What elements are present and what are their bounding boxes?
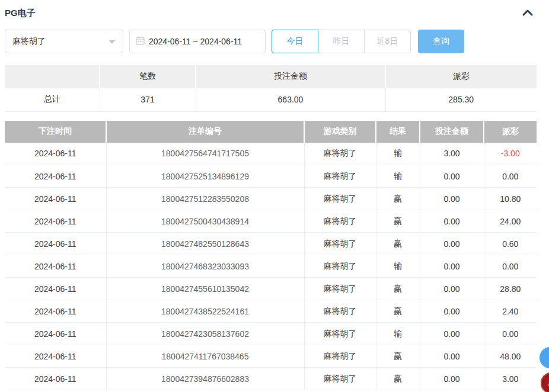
bet-time-cell: 2024-06-11 <box>5 210 106 233</box>
summary-total-payout: 285.30 <box>385 88 537 111</box>
result-cell: 输 <box>376 143 420 165</box>
bet-table-header-row: 下注时间 注单编号 游戏类别 结果 投注金额 派彩 <box>5 121 537 143</box>
order-number-cell: 1800427423058137602 <box>106 323 304 345</box>
payout-cell: -3.00 <box>484 143 537 165</box>
order-number-cell: 1800427482550128643 <box>106 233 304 255</box>
game-category-cell: 麻将胡了 <box>304 233 376 255</box>
game-category-cell: 麻将胡了 <box>304 255 376 278</box>
collapse-button[interactable] <box>522 8 534 18</box>
summary-header-bet: 投注金额 <box>196 65 385 88</box>
bet-amount-cell: 0.00 <box>420 278 484 300</box>
game-category-cell: 麻将胡了 <box>304 323 376 345</box>
yesterday-button[interactable]: 昨日 <box>318 30 365 53</box>
table-row: 2024-06-11 1800427525134896129 麻将胡了 输 0.… <box>5 165 537 188</box>
bet-amount-cell: 0.00 <box>420 233 484 255</box>
table-row: 2024-06-11 1800427482550128643 麻将胡了 赢 0.… <box>5 233 537 255</box>
table-row: 2024-06-11 1800427411767038465 麻将胡了 赢 0.… <box>5 345 537 368</box>
bet-table: 下注时间 注单编号 游戏类别 结果 投注金额 派彩 2024-06-11 180… <box>5 121 537 391</box>
customer-service-button[interactable] <box>540 347 549 368</box>
payout-cell: 0.00 <box>484 255 537 278</box>
table-row: 2024-06-11 1800427512283550208 麻将胡了 赢 0.… <box>5 188 537 210</box>
header-bet-amount: 投注金额 <box>420 121 484 143</box>
payout-cell: 3.00 <box>484 368 537 390</box>
table-row: 2024-06-11 1800427500430438914 麻将胡了 赢 0.… <box>5 210 537 233</box>
order-number-cell: 1800427438522524161 <box>106 300 304 323</box>
bet-time-cell: 2024-06-11 <box>5 345 106 368</box>
bet-amount-cell: 0.00 <box>420 300 484 323</box>
order-number-cell: 1800427564741717505 <box>106 143 304 165</box>
brand-logo-button[interactable]: b <box>541 372 549 392</box>
payout-cell: 0.00 <box>484 165 537 188</box>
summary-total-label: 总计 <box>5 88 100 111</box>
result-cell: 赢 <box>376 233 420 255</box>
result-cell: 输 <box>376 323 420 345</box>
panel-header: PG电子 <box>0 0 549 24</box>
chevron-up-icon <box>522 8 534 18</box>
bet-time-cell: 2024-06-11 <box>5 188 106 210</box>
table-row: 2024-06-11 1800427423058137602 麻将胡了 输 0.… <box>5 323 537 345</box>
header-result: 结果 <box>376 121 420 143</box>
bet-amount-cell: 3.00 <box>420 143 484 165</box>
summary-header-payout: 派彩 <box>385 65 537 88</box>
table-row: 2024-06-11 1800427394876602883 麻将胡了 赢 0.… <box>5 368 537 390</box>
query-button[interactable]: 查询 <box>418 30 464 53</box>
summary-total-bet: 663.00 <box>196 88 385 111</box>
bet-amount-cell: 0.00 <box>420 323 484 345</box>
bet-amount-cell: 0.00 <box>420 255 484 278</box>
bet-amount-cell: 0.00 <box>420 345 484 368</box>
result-cell: 输 <box>376 165 420 188</box>
table-row: 2024-06-11 1800427438522524161 麻将胡了 赢 0.… <box>5 300 537 323</box>
order-number-cell: 1800427468323033093 <box>106 255 304 278</box>
bet-time-cell: 2024-06-11 <box>5 165 106 188</box>
result-cell: 赢 <box>376 188 420 210</box>
game-category-cell: 麻将胡了 <box>304 368 376 390</box>
bet-amount-cell: 0.00 <box>420 165 484 188</box>
order-number-cell: 1800427455610135042 <box>106 278 304 300</box>
result-cell: 赢 <box>376 345 420 368</box>
result-cell: 赢 <box>376 368 420 390</box>
bet-amount-cell: 0.00 <box>420 210 484 233</box>
last8days-button[interactable]: 近8日 <box>364 30 411 53</box>
game-category-cell: 麻将胡了 <box>304 143 376 165</box>
result-cell: 输 <box>376 255 420 278</box>
result-cell: 赢 <box>376 300 420 323</box>
bet-time-cell: 2024-06-11 <box>5 300 106 323</box>
payout-cell: 0.00 <box>484 323 537 345</box>
game-select[interactable]: 麻将胡了 <box>5 30 123 53</box>
summary-total-row: 总计 371 663.00 285.30 <box>5 88 537 111</box>
order-number-cell: 1800427411767038465 <box>106 345 304 368</box>
game-category-cell: 麻将胡了 <box>304 278 376 300</box>
order-number-cell: 1800427500430438914 <box>106 210 304 233</box>
order-number-cell: 1800427512283550208 <box>106 188 304 210</box>
payout-cell: 48.00 <box>484 345 537 368</box>
payout-cell: 10.80 <box>484 188 537 210</box>
header-bet-time: 下注时间 <box>5 121 106 143</box>
game-category-cell: 麻将胡了 <box>304 165 376 188</box>
game-category-cell: 麻将胡了 <box>304 345 376 368</box>
bet-time-cell: 2024-06-11 <box>5 233 106 255</box>
order-number-cell: 1800427394876602883 <box>106 368 304 390</box>
summary-total-count: 371 <box>100 88 196 111</box>
bet-time-cell: 2024-06-11 <box>5 278 106 300</box>
bet-time-cell: 2024-06-11 <box>5 368 106 390</box>
header-payout: 派彩 <box>484 121 537 143</box>
header-order-number: 注单编号 <box>106 121 304 143</box>
payout-cell: 28.80 <box>484 278 537 300</box>
today-button[interactable]: 今日 <box>272 30 318 53</box>
date-range-value: 2024-06-11 ~ 2024-06-11 <box>149 37 242 46</box>
bet-time-cell: 2024-06-11 <box>5 143 106 165</box>
bet-time-cell: 2024-06-11 <box>5 255 106 278</box>
header-game-category: 游戏类别 <box>304 121 376 143</box>
payout-cell: 0.60 <box>484 233 537 255</box>
table-row: 2024-06-11 1800427564741717505 麻将胡了 输 3.… <box>5 143 537 165</box>
bet-amount-cell: 0.00 <box>420 368 484 390</box>
summary-header-row: 笔数 投注金额 派彩 <box>5 65 537 88</box>
result-cell: 赢 <box>376 278 420 300</box>
payout-cell: 24.00 <box>484 210 537 233</box>
table-row: 2024-06-11 1800427468323033093 麻将胡了 输 0.… <box>5 255 537 278</box>
date-range-input[interactable]: 2024-06-11 ~ 2024-06-11 <box>129 30 266 53</box>
result-cell: 赢 <box>376 210 420 233</box>
game-category-cell: 麻将胡了 <box>304 188 376 210</box>
payout-cell: 2.40 <box>484 300 537 323</box>
panel-title: PG电子 <box>5 8 36 19</box>
